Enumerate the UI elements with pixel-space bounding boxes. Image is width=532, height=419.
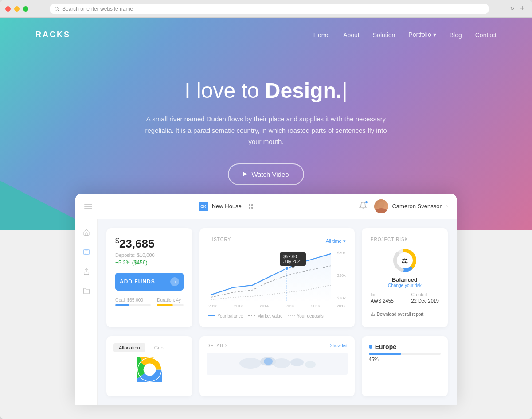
svg-point-23 [273, 358, 290, 368]
avatar [374, 199, 388, 213]
timerange-selector[interactable]: All time ▾ [326, 238, 346, 244]
world-map [207, 353, 348, 375]
dashboard-preview: CK New House [0, 185, 532, 405]
allocation-card: Allocation Geo [106, 336, 192, 396]
goal-bar-fill [115, 304, 129, 306]
risk-change-link[interactable]: Change your risk [388, 283, 422, 288]
website-content: RACKS Home About Solution Portfolio ▾ Bl… [0, 18, 532, 419]
balance-change: +5.2% ($456) [115, 260, 184, 266]
arrow-right-icon: → [170, 277, 179, 286]
download-report-link[interactable]: Download overall report [371, 308, 439, 317]
sidebar-docs-icon[interactable] [82, 248, 91, 256]
europe-bar-row: 45% [369, 353, 441, 362]
svg-point-25 [305, 361, 316, 368]
address-bar[interactable]: Search or enter website name [50, 4, 489, 14]
username: Cameron Svensson [392, 203, 442, 210]
europe-name: Europe [375, 343, 396, 350]
download-icon [371, 312, 375, 316]
risk-donut: ⚖ [391, 247, 418, 274]
nav-about[interactable]: About [343, 31, 360, 39]
add-funds-label: ADD FUNDS [120, 279, 155, 285]
chart-tooltip: $52.60 July 2021 [280, 252, 306, 266]
risk-created: Created 22 Dec 2019 [411, 292, 439, 303]
goal-info: Goal: $65,000 [115, 298, 151, 306]
details-header: DETAILS Show list [207, 343, 348, 348]
history-header: HISTORY All time ▾ [208, 237, 346, 245]
goal-label: Goal: $65,000 [115, 298, 151, 303]
deposits-label: Deposits: $10,000 [115, 252, 184, 258]
history-title: HISTORY [208, 237, 231, 242]
search-icon [54, 6, 59, 12]
risk-title: PROJECT RISK [371, 237, 439, 242]
nav-home[interactable]: Home [313, 31, 330, 39]
tooltip-date: July 2021 [283, 259, 302, 264]
sidebar-folder-icon[interactable] [82, 287, 91, 295]
sidebar-home-icon[interactable] [82, 228, 91, 237]
refresh-icon[interactable]: ↻ [510, 6, 514, 12]
allocation-tabs: Allocation Geo [113, 343, 185, 352]
topbar-right: Cameron Svensson › [359, 199, 448, 213]
details-title: DETAILS [207, 343, 228, 348]
add-funds-button[interactable]: ADD FUNDS → [115, 273, 184, 291]
notification-dot [365, 201, 368, 204]
duration-bar [157, 304, 184, 306]
sidebar-share-icon[interactable] [82, 267, 91, 276]
dashboard-brand: CK New House [199, 202, 253, 211]
bottom-cards: Allocation Geo [98, 336, 457, 405]
goal-section: Goal: $65,000 Duration: 4y [115, 298, 184, 306]
risk-status: Balanced [392, 276, 418, 283]
maximize-button[interactable] [23, 6, 28, 12]
nav-solution[interactable]: Solution [373, 31, 395, 39]
balance-card: $23,685 Deposits: $10,000 +5.2% ($456) A… [106, 228, 192, 327]
user-menu[interactable]: Cameron Svensson › [374, 199, 448, 213]
history-card: HISTORY All time ▾ $30k $20k $10k [200, 228, 355, 327]
europe-card: Europe 45% [362, 336, 448, 396]
dashboard-sidebar [75, 219, 98, 405]
legend-balance: Your balance [208, 314, 243, 318]
dashboard-wrapper: CK New House [75, 194, 457, 405]
chart-svg [208, 249, 346, 302]
legend-market: Market value [248, 314, 282, 318]
chart-legend: Your balance Market value [208, 314, 346, 318]
hero-section: RACKS Home About Solution Portfolio ▾ Bl… [0, 18, 532, 230]
chart-container: $30k $20k $10k [208, 249, 346, 302]
duration-bar-fill [157, 304, 173, 306]
legend-deposits: Your deposits [288, 314, 323, 318]
svg-point-26 [264, 358, 273, 365]
brand-icon: CK [199, 202, 208, 211]
address-placeholder: Search or enter website name [62, 6, 133, 12]
menu-icon[interactable] [84, 204, 92, 209]
nav-contact[interactable]: Contact [475, 31, 497, 39]
close-button[interactable] [5, 6, 11, 12]
browser-window: Search or enter website name ↻ + RACKS H… [0, 0, 532, 419]
legend-line-solid [208, 315, 215, 316]
risk-donut-container: ⚖ Balanced Change your risk [371, 247, 439, 288]
play-icon [243, 172, 247, 176]
svg-point-21 [239, 358, 262, 369]
user-caret-icon: › [446, 204, 448, 209]
new-tab-button[interactable]: + [518, 4, 527, 13]
nav-blog[interactable]: Blog [450, 31, 462, 39]
download-report-label: Download overall report [377, 312, 424, 317]
grid-icon[interactable] [249, 204, 253, 209]
svg-line-1 [58, 10, 59, 11]
nav-links: Home About Solution Portfolio ▾ Blog Con… [313, 31, 497, 39]
risk-details: for AWS 2455 Created 22 Dec 2019 [371, 292, 439, 303]
site-logo: RACKS [35, 30, 70, 39]
geo-tab[interactable]: Geo [149, 343, 169, 352]
watch-video-button[interactable]: Watch Video [228, 163, 304, 185]
allocation-tab[interactable]: Allocation [113, 343, 145, 352]
duration-label: Duration: 4y [157, 298, 184, 303]
dashboard-main: $23,685 Deposits: $10,000 +5.2% ($456) A… [98, 219, 457, 405]
risk-card: PROJECT RISK [362, 228, 448, 327]
europe-bar-fill [369, 353, 401, 355]
hero-content: I love to Design.| A small river named D… [0, 52, 532, 185]
show-list-link[interactable]: Show list [330, 343, 348, 348]
tooltip-value: $52.60 [283, 254, 302, 259]
watch-video-label: Watch Video [251, 171, 289, 178]
minimize-button[interactable] [14, 6, 20, 12]
donut-center-icon: ⚖ [402, 256, 408, 264]
notification-bell[interactable] [359, 202, 367, 211]
nav-portfolio[interactable]: Portfolio ▾ [408, 31, 436, 38]
legend-line-dashed [248, 315, 255, 316]
